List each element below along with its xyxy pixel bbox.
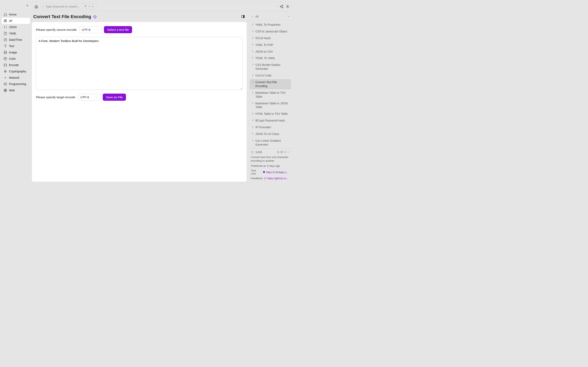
tool-item-label: CSS Border Radius Generator [255, 63, 290, 71]
globe-icon[interactable] [280, 151, 283, 153]
nav-item-label: Programming [9, 82, 26, 86]
right-sidebar-header[interactable]: All [249, 13, 292, 20]
tool-item[interactable]: HTML Table to TSV Table [250, 111, 291, 117]
right-sidebar: All YAML To PropertiesCSS to Javascript … [249, 13, 292, 182]
feedback-link[interactable]: https://github.com/… [268, 177, 290, 180]
published-value: 6 days ago [267, 164, 280, 167]
tool-item[interactable]: NTLM Hash [250, 35, 291, 42]
target-encode-select[interactable]: UTF-8 [78, 94, 100, 100]
pin-icon [251, 30, 254, 33]
save-file-button[interactable]: Save as File [103, 94, 126, 101]
home-icon [4, 13, 7, 16]
tool-item[interactable]: JSON To C# Class [250, 131, 291, 137]
tool-item-label: TOML To YAML [255, 56, 275, 60]
nav-item-date-time[interactable]: Date/Time [2, 37, 30, 43]
svg-point-20 [43, 6, 43, 7]
tool-item[interactable]: Markdown Table to TSV Table [250, 90, 291, 100]
tool-item[interactable]: Convert Text File Encoding [250, 79, 291, 89]
nav-item-label: All [9, 19, 12, 22]
tool-item-label: YAML To PHP [255, 43, 273, 47]
search-input[interactable] [46, 5, 81, 8]
home-button[interactable] [34, 4, 38, 8]
page-title: Convert Text File Encoding [33, 14, 91, 19]
svg-point-9 [4, 57, 7, 60]
pin-icon [251, 139, 254, 142]
chevron-down-icon[interactable] [287, 151, 290, 153]
tool-item-label: Markdown Table to TSV Table [255, 91, 290, 99]
zap-icon [4, 70, 7, 73]
tool-item[interactable]: Curl to Code [250, 72, 291, 79]
pin-icon [251, 57, 254, 59]
source-encode-select[interactable]: UTF-8 [79, 26, 102, 33]
tool-item-label: Convert Text File Encoding [255, 80, 290, 88]
svg-line-26 [281, 6, 282, 6]
content-textarea[interactable] [36, 37, 242, 90]
tool-item[interactable]: YAML To PHP [250, 42, 291, 48]
tool-item-label: IP Formatter [255, 125, 271, 129]
check-icon[interactable] [284, 151, 286, 153]
tool-item[interactable]: Markdown Table to JSON Table [250, 100, 291, 110]
nav-item-network[interactable]: Network [2, 75, 30, 81]
nav-item-encode[interactable]: Encode [2, 62, 30, 68]
terminal-icon [4, 82, 7, 86]
code-icon [4, 63, 7, 67]
nav-item-label: Network [9, 76, 19, 79]
main-panel: Please specify source encode UTF-8 Selec… [32, 22, 247, 182]
tool-item[interactable]: IP Formatter [250, 124, 291, 131]
pin-icon [251, 119, 254, 122]
svg-rect-30 [243, 15, 244, 18]
svg-marker-28 [94, 15, 96, 18]
panel-toggle-button[interactable] [241, 15, 245, 19]
pin-icon [251, 74, 254, 77]
pin-icon [251, 15, 254, 18]
nav-item-color[interactable]: Color [2, 56, 30, 62]
pin-icon [251, 50, 254, 53]
collapse-sidebar-button[interactable] [26, 4, 29, 7]
pin-icon [251, 133, 254, 135]
info-description: Convert text from one character encoding… [251, 155, 290, 163]
panel-right-icon [241, 15, 245, 18]
message-icon [264, 177, 267, 180]
tool-item[interactable]: Css Linear Gradient Generator [250, 138, 291, 148]
globe-icon [4, 89, 7, 92]
tool-item-label: Markdown Table to JSON Table [255, 101, 290, 109]
svg-line-25 [281, 7, 282, 7]
tool-item[interactable]: JSON to CSV [250, 49, 291, 55]
pin-icon [251, 63, 254, 66]
copy-icon[interactable] [277, 151, 279, 153]
info-icon [251, 151, 254, 154]
svg-point-10 [5, 58, 5, 58]
tool-link[interactable]: https://t.he3app.co… [266, 171, 290, 174]
tool-item[interactable]: TOML To YAML [250, 55, 291, 61]
tool-item[interactable]: CSS Border Radius Generator [250, 62, 291, 72]
tool-item-label: YAML To Properties [255, 23, 281, 27]
svg-marker-14 [4, 70, 7, 73]
nav-item-programming[interactable]: Programming [2, 81, 30, 87]
nav-item-label: Text [9, 44, 14, 48]
right-header-label: All [255, 15, 259, 18]
user-button[interactable] [286, 4, 290, 8]
share-button[interactable] [279, 4, 284, 8]
search-box[interactable]: ⌘ + K [40, 3, 96, 9]
chevron-down-icon [95, 96, 98, 99]
pin-icon [251, 102, 254, 105]
nav-item-cryptography[interactable]: Cryptography [2, 68, 30, 75]
select-file-button[interactable]: Select a text file [104, 26, 132, 33]
nav-item-json[interactable]: JSON [2, 24, 30, 30]
tool-item[interactable]: BCrypt Password Hash [250, 117, 291, 124]
nav-item-web[interactable]: Web [2, 87, 30, 93]
nav-item-text[interactable]: Text [2, 43, 30, 49]
nav-item-yaml[interactable]: YAML [2, 30, 30, 36]
nav-item-all[interactable]: All [2, 18, 30, 24]
nav-item-image[interactable]: Image [2, 49, 30, 55]
svg-line-21 [43, 7, 44, 7]
tool-item[interactable]: CSS to Javascript Object [250, 28, 291, 35]
favorite-button[interactable] [93, 15, 97, 18]
tool-item[interactable]: YAML To Properties [250, 22, 291, 28]
nav-item-home[interactable]: Home [2, 11, 30, 17]
pin-icon [251, 126, 254, 129]
published-label: Published at: [251, 164, 266, 167]
palette-icon [4, 57, 7, 60]
svg-point-38 [284, 151, 286, 153]
tool-link-label: Tool Link: [251, 169, 262, 175]
